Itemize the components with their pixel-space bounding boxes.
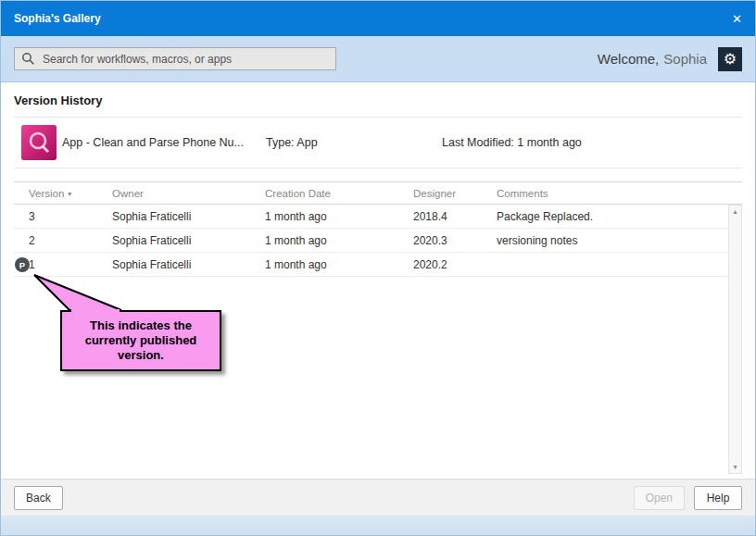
cell-version: 2: [29, 234, 112, 247]
cell-creation-date: 1 month ago: [265, 258, 413, 271]
app-last-modified: Last Modified: 1 month ago: [442, 136, 582, 149]
table-row[interactable]: P 1 Sophia Fraticelli 1 month ago 2020.2: [14, 253, 742, 277]
app-info-row: App - Clean and Parse Phone Nu... Type: …: [14, 117, 742, 168]
search-icon: [21, 52, 35, 66]
cell-comments: Package Replaced.: [497, 210, 742, 223]
content-area: Version History App - Clean and Parse Ph…: [1, 82, 755, 479]
column-header-designer[interactable]: Designer: [413, 188, 497, 199]
table-row[interactable]: 2 Sophia Fraticelli 1 month ago 2020.3 v…: [14, 229, 742, 253]
cell-designer: 2018.4: [413, 210, 497, 223]
table-row[interactable]: 3 Sophia Fraticelli 1 month ago 2018.4 P…: [14, 205, 742, 229]
column-header-comments[interactable]: Comments: [497, 188, 742, 199]
gear-icon: ⚙: [724, 50, 737, 68]
window-bottom-edge: [1, 516, 755, 535]
app-type: Type: App: [266, 136, 442, 149]
app-icon: [21, 125, 57, 160]
app-name: App - Clean and Parse Phone Nu...: [62, 136, 266, 149]
column-header-owner[interactable]: Owner: [112, 188, 265, 199]
gallery-header: Welcome, Sophia ⚙: [1, 36, 755, 82]
table-body: 3 Sophia Fraticelli 1 month ago 2018.4 P…: [14, 205, 742, 277]
sort-icon: ▾: [68, 190, 71, 198]
cell-creation-date: 1 month ago: [265, 234, 413, 247]
back-button[interactable]: Back: [14, 486, 63, 510]
scroll-down-icon[interactable]: ▾: [729, 461, 741, 473]
title-bar: Sophia's Gallery ✕: [1, 1, 755, 36]
cell-owner: Sophia Fraticelli: [112, 210, 265, 223]
help-button[interactable]: Help: [694, 486, 742, 510]
cell-designer: 2020.3: [413, 234, 497, 247]
cell-comments: versioning notes: [497, 234, 742, 247]
cell-creation-date: 1 month ago: [265, 210, 413, 223]
page-title: Version History: [14, 93, 742, 107]
callout-annotation: This indicates the currently published v…: [60, 310, 221, 371]
column-header-creation-date[interactable]: Creation Date: [265, 188, 413, 199]
search-box: [14, 47, 336, 70]
close-icon[interactable]: ✕: [732, 13, 742, 25]
cell-version: 1: [29, 258, 112, 271]
scroll-up-icon[interactable]: ▴: [729, 206, 741, 218]
welcome-text: Welcome, Sophia: [598, 51, 707, 67]
open-button[interactable]: Open: [634, 486, 685, 510]
published-badge: P: [15, 257, 30, 272]
cell-owner: Sophia Fraticelli: [112, 258, 265, 271]
cell-owner: Sophia Fraticelli: [112, 234, 265, 247]
cell-version: 3: [29, 210, 112, 223]
search-input[interactable]: [14, 47, 336, 70]
cell-designer: 2020.2: [413, 258, 497, 271]
welcome-prefix: Welcome,: [598, 51, 659, 67]
table-header: Version▾ Owner Creation Date Designer Co…: [14, 181, 742, 205]
column-header-version[interactable]: Version▾: [29, 188, 112, 199]
gallery-window: Sophia's Gallery ✕ Welcome, Sophia ⚙ Ver…: [0, 0, 756, 536]
vertical-scrollbar[interactable]: ▴ ▾: [728, 205, 742, 474]
welcome-username: Sophia: [663, 51, 707, 67]
footer-bar: Back Open Help: [1, 479, 755, 516]
settings-button[interactable]: ⚙: [718, 47, 742, 71]
window-title: Sophia's Gallery: [14, 12, 101, 25]
